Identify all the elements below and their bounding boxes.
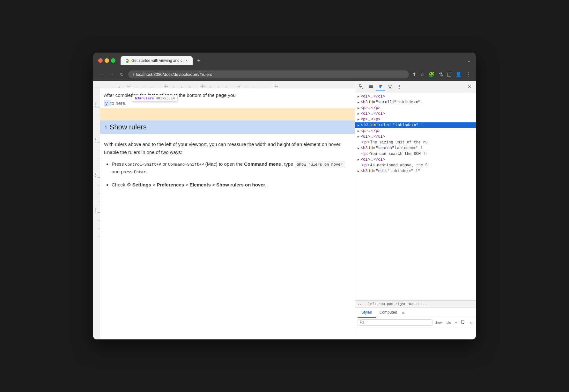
window-icon[interactable]: ▢ xyxy=(447,71,452,77)
traffic-lights xyxy=(98,58,115,63)
svg-rect-5 xyxy=(369,86,373,87)
extensions-icon[interactable]: 🧩 xyxy=(428,71,435,77)
dom-line-p1[interactable]: ▶ <p> … </p> xyxy=(355,105,476,111)
code-control-shift-p: Control+Shift+P xyxy=(125,163,161,167)
heading-text: Show rulers xyxy=(110,123,147,131)
forward-button[interactable]: → xyxy=(108,71,115,78)
breadcrumb-text: ... -left-400.pad-right-400 d ... xyxy=(358,302,427,306)
styles-triangle-button[interactable]: ◁ xyxy=(468,320,473,325)
styles-add-button[interactable]: + xyxy=(454,319,459,326)
page-content: h3#rulers 481×23.14 After completing the… xyxy=(100,88,355,339)
svg-point-2 xyxy=(126,60,128,62)
ruler-mark-500: 500 xyxy=(276,84,276,88)
dom-line-p2[interactable]: ▶ <p> … </p> xyxy=(355,117,476,122)
dom-line-h3-scroll1[interactable]: ▶ <h3 id= "scroll1" tabindex="- xyxy=(355,99,476,105)
svg-rect-8 xyxy=(463,323,464,324)
ruler-left: 100 200 300 400 xyxy=(93,88,100,339)
elements-panel-button[interactable] xyxy=(376,82,385,91)
more-options-button[interactable]: ⋮ xyxy=(395,82,404,91)
ruler-top-ticks: 100 200 300 400 xyxy=(100,81,355,88)
tab-bar: Get started with viewing and c × + ⌄ xyxy=(121,56,471,65)
dom-line-p3[interactable]: ▶ <p> … </p> xyxy=(355,128,476,134)
address-input[interactable]: ℹ localhost:8080/docs/devtools/dom/#rule… xyxy=(128,70,409,78)
ruler-top: 100 200 300 400 xyxy=(93,81,355,88)
styles-tabs: Styles Computed » xyxy=(355,308,476,318)
elements-bold: Elements xyxy=(189,182,211,187)
dom-line-h3-rulers[interactable]: ▶ < h3 id= "rulers" tabindex="-1 xyxy=(355,122,476,128)
chrome-favicon-icon xyxy=(124,58,129,63)
styles-more-chevron[interactable]: » xyxy=(401,308,405,317)
ruler-mark-300: 300 xyxy=(202,84,203,88)
code-enter: Enter xyxy=(134,170,146,175)
settings-gear-icon: ⚙ xyxy=(127,182,131,187)
ruler-mark-100: 100 xyxy=(129,84,129,88)
heading-highlight: ¶ Show rulers xyxy=(100,120,355,134)
dom-line-p-as-mentioned[interactable]: < p > As mentioned above, the S xyxy=(355,163,476,168)
dom-line-p-sizing[interactable]: < p > The sizing unit of the ru xyxy=(355,140,476,145)
main-content: 100 200 300 400 xyxy=(93,81,476,339)
tab-list-button[interactable]: ⌄ xyxy=(467,58,471,63)
tab-close-button[interactable]: × xyxy=(184,58,189,63)
dom-line-ol2[interactable]: ▶ <ol> … </ol> xyxy=(355,111,476,117)
devtools-panel: ⋮ ✕ ▶ <ol> … </ol> ▶ <h3 id= "scroll1" t… xyxy=(355,81,476,339)
close-devtools-button[interactable]: ✕ xyxy=(465,82,474,91)
styles-tab-computed[interactable]: Computed xyxy=(376,308,401,318)
menu-icon[interactable]: ⋮ xyxy=(466,71,471,77)
ruler-mark-400: 400 xyxy=(239,84,239,88)
back-button[interactable]: ← xyxy=(98,71,105,78)
article-body: With rulers above and to the left of you… xyxy=(100,134,355,198)
bullet-list: Press Control+Shift+P or Command+Shift+P… xyxy=(104,160,351,189)
bullet-item-1: Press Control+Shift+P or Command+Shift+P… xyxy=(112,160,351,176)
styles-hov-button[interactable]: :hov xyxy=(434,320,443,325)
styles-tab-styles[interactable]: Styles xyxy=(358,308,376,318)
address-toolbar: ⬆ ☆ 🧩 ⚗ ▢ 👤 ⋮ xyxy=(412,71,471,77)
settings-bold: Settings xyxy=(131,182,151,187)
reload-button[interactable]: ↻ xyxy=(119,71,125,78)
settings-button[interactable] xyxy=(386,82,395,91)
close-window-button[interactable] xyxy=(98,58,103,63)
tooltip-size: 481×23.14 xyxy=(156,96,175,100)
browser-window: Get started with viewing and c × + ⌄ ← →… xyxy=(93,53,476,339)
lock-icon: ℹ xyxy=(133,72,134,76)
styles-panel: Styles Computed » Fi :hov .cls + ◁ xyxy=(355,308,476,339)
bullet-item-2: Check ⚙ Settings > Preferences > Element… xyxy=(112,181,351,189)
layers-button[interactable] xyxy=(366,82,375,91)
page-with-ruler: 100 200 300 400 xyxy=(93,88,355,339)
body-paragraph: With rulers above and to the left of you… xyxy=(104,140,351,156)
maximize-window-button[interactable] xyxy=(111,58,115,63)
dom-line-ul1[interactable]: ▶ <ul> … </ul> xyxy=(355,134,476,140)
show-rulers-bold: Show rulers on hover xyxy=(216,182,265,187)
new-tab-button[interactable]: + xyxy=(195,57,203,64)
lab-icon[interactable]: ⚗ xyxy=(439,71,443,77)
breadcrumb-bar: ... -left-400.pad-right-400 d ... xyxy=(355,301,476,308)
dom-tree[interactable]: ▶ <ol> … </ol> ▶ <h3 id= "scroll1" tabin… xyxy=(355,92,476,301)
code-show-rulers: Show rulers on hover xyxy=(295,162,345,168)
dom-line-h3-edit[interactable]: ▶ <h3 id= "edit" tabindex="-1" xyxy=(355,168,476,174)
dom-line-ol1[interactable]: ▶ <ol> … </ol> xyxy=(355,94,476,99)
styles-cls-button[interactable]: .cls xyxy=(444,320,452,325)
address-bar: ← → ↻ ℹ localhost:8080/docs/devtools/dom… xyxy=(93,69,476,81)
bookmark-icon[interactable]: ☆ xyxy=(420,71,425,77)
preferences-bold: Preferences xyxy=(157,182,184,187)
styles-paint-button[interactable] xyxy=(460,319,467,326)
heading-anchor-icon: ¶ xyxy=(105,125,107,130)
tab-title: Get started with viewing and c xyxy=(131,58,182,63)
svg-rect-4 xyxy=(369,85,373,86)
minimize-window-button[interactable] xyxy=(105,58,109,63)
element-tooltip: h3#rulers 481×23.14 xyxy=(132,95,178,102)
share-icon[interactable]: ⬆ xyxy=(412,71,416,77)
dom-line-ol3[interactable]: ▶ <ol> … </ol> xyxy=(355,157,476,163)
dom-line-p-dom[interactable]: < p > You can search the DOM Tr xyxy=(355,151,476,157)
url-text: localhost:8080/docs/devtools/dom/#rulers xyxy=(136,72,212,77)
tooltip-tag: h3#rulers xyxy=(135,96,154,100)
active-tab[interactable]: Get started with viewing and c × xyxy=(121,56,193,65)
devtools-toolbar: ⋮ ✕ xyxy=(355,81,476,92)
dom-line-h3-search[interactable]: ▶ <h3 id= "search" tabindex="-1 xyxy=(355,145,476,151)
command-menu-bold: Command menu xyxy=(244,161,282,167)
inspector-button[interactable] xyxy=(357,82,366,91)
svg-rect-6 xyxy=(369,87,373,88)
profile-icon[interactable]: 👤 xyxy=(455,71,462,77)
styles-filter-label[interactable]: Fi xyxy=(358,319,433,326)
orange-highlight xyxy=(100,108,355,120)
page-area: 100 200 300 400 xyxy=(93,81,355,339)
